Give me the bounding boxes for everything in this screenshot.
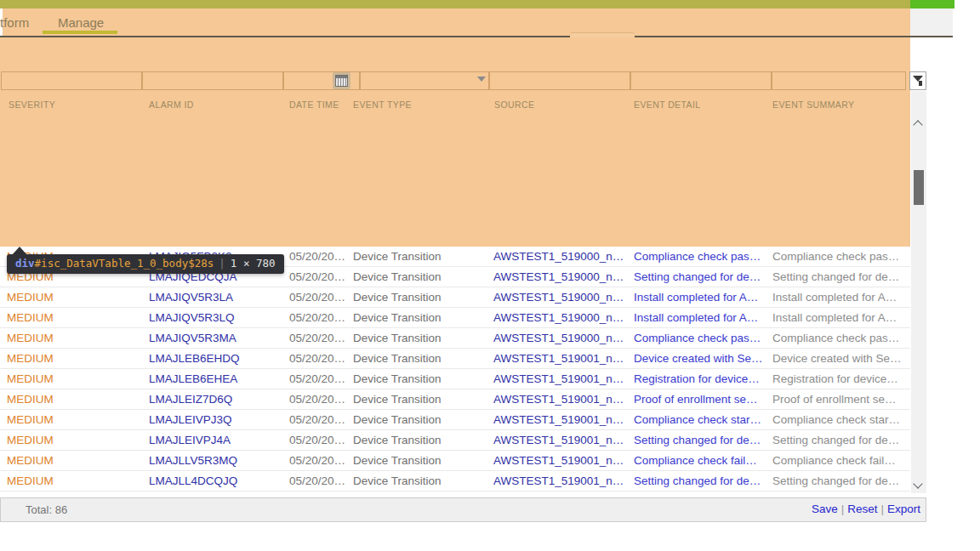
table-row[interactable]: MEDIUM LMAJIQV5R3LQ 05/20/20… Device Tra…: [0, 308, 910, 328]
cell-event-type: Device Transition: [353, 389, 487, 409]
cell-alarm-id: LMAJLEIZ7D6Q: [149, 389, 281, 409]
footer-separator: |: [838, 503, 848, 515]
cell-event-detail: Setting changed for de…: [634, 430, 768, 450]
cell-date-time: 05/20/20…: [289, 389, 350, 409]
cell-date-time: 05/20/20…: [289, 349, 350, 368]
top-accent-bar: [0, 0, 910, 9]
cell-alarm-id: LMAJLEIVPJ4A: [149, 430, 281, 450]
cell-source: AWSTEST1_519000_n…: [493, 247, 628, 266]
cell-event-detail: Install completed for A…: [634, 287, 768, 307]
export-button[interactable]: Export: [887, 503, 920, 515]
cell-severity: MEDIUM: [7, 389, 134, 409]
table-row[interactable]: MEDIUM LMAJLEIVPJ4A 05/20/20… Device Tra…: [0, 430, 910, 451]
top-accent-bar-green: [910, 0, 954, 9]
cell-event-detail: Compliance check fail…: [634, 451, 768, 470]
topright-panel: [910, 9, 953, 36]
cell-event-detail: Compliance check star…: [634, 410, 768, 429]
cell-source: AWSTEST1_519001_n…: [493, 471, 628, 491]
column-header-date-time[interactable]: DATE TIME: [289, 96, 339, 113]
tooltip-tag-name: div: [15, 257, 35, 270]
cell-event-summary: Setting changed for de…: [772, 267, 907, 287]
cell-event-type: Device Transition: [353, 471, 487, 491]
cell-event-type: Device Transition: [353, 267, 487, 287]
cell-source: AWSTEST1_519001_n…: [493, 430, 628, 450]
cell-date-time: 05/20/20…: [289, 430, 350, 450]
column-header-event-type[interactable]: EVENT TYPE: [353, 96, 412, 113]
cell-event-type: Device Transition: [353, 430, 487, 450]
date-picker-button[interactable]: [333, 72, 350, 89]
table-row[interactable]: MEDIUM LMAJLLV5R3MQ 05/20/20… Device Tra…: [0, 451, 910, 471]
table-row[interactable]: MEDIUM LMAJLEB6EHEA 05/20/20… Device Tra…: [0, 369, 910, 389]
event-type-filter-select[interactable]: [360, 71, 489, 90]
cell-event-detail: Device created with Se…: [634, 349, 768, 368]
column-header-source[interactable]: SOURCE: [494, 96, 534, 113]
table-row[interactable]: MEDIUM LMAJIQV5R3MA 05/20/20… Device Tra…: [0, 328, 910, 349]
cell-date-time: 05/20/20…: [289, 247, 350, 266]
tooltip-dimensions: 1 × 780: [231, 257, 276, 270]
cell-event-detail: Compliance check pas…: [634, 328, 768, 348]
cell-event-type: Device Transition: [353, 287, 487, 307]
column-header-alarm-id[interactable]: ALARM ID: [149, 96, 194, 113]
cell-severity: MEDIUM: [7, 369, 134, 389]
calendar-icon: [335, 75, 348, 87]
data-grid-body: MEDIUM LMAJIQ5FB2K2 05/20/20… Device Tra…: [0, 247, 910, 491]
cell-event-summary: Registration for device…: [772, 369, 907, 389]
save-button[interactable]: Save: [812, 503, 838, 515]
cell-source: AWSTEST1_519001_n…: [493, 369, 628, 389]
table-row[interactable]: MEDIUM LMAJLEIZ7D6Q 05/20/20… Device Tra…: [0, 389, 910, 410]
alarm-id-filter-input[interactable]: [142, 71, 283, 90]
tabs-divider: [0, 36, 953, 37]
column-header-severity[interactable]: SEVERITY: [9, 96, 55, 113]
cell-event-detail: Compliance check pas…: [634, 247, 768, 266]
severity-filter-input[interactable]: [1, 71, 142, 90]
cell-event-summary: Device created with Se…: [772, 349, 907, 368]
cell-source: AWSTEST1_519000_n…: [493, 308, 628, 327]
filter-button[interactable]: [909, 71, 926, 90]
cell-event-summary: Compliance check pas…: [772, 247, 907, 266]
table-row[interactable]: MEDIUM LMAJIQV5R3LA 05/20/20… Device Tra…: [0, 287, 910, 308]
inspector-tooltip: div#isc_DataVTable_1_0_body$28s|1 × 780: [7, 254, 284, 274]
cell-alarm-id: LMAJIQV5R3LQ: [149, 308, 281, 327]
tooltip-selector: #isc_DataVTable_1_0_body$28s: [35, 257, 214, 270]
cell-event-summary: Install completed for A…: [772, 287, 907, 307]
cell-event-summary: Compliance check star…: [772, 410, 907, 429]
event-summary-filter-input[interactable]: [772, 71, 906, 90]
cell-severity: MEDIUM: [7, 471, 134, 491]
funnel-icon: [910, 76, 926, 86]
cell-source: AWSTEST1_519000_n…: [493, 287, 628, 307]
vertical-scrollbar-track[interactable]: [911, 91, 926, 493]
cell-alarm-id: LMAJLEIVPJ3Q: [149, 410, 281, 429]
table-row[interactable]: MEDIUM LMAJLL4DCQJQ 05/20/20… Device Tra…: [0, 471, 910, 491]
tab-platform[interactable]: tform: [0, 15, 29, 30]
total-count-label: Total: 86: [26, 503, 67, 516]
cell-alarm-id: LMAJLL4DCQJQ: [149, 471, 281, 491]
tooltip-separator: |: [214, 257, 231, 270]
table-row[interactable]: MEDIUM LMAJLEB6EHDQ 05/20/20… Device Tra…: [0, 349, 910, 369]
tab-manage[interactable]: Manage: [58, 15, 104, 30]
cell-event-type: Device Transition: [353, 247, 487, 266]
reset-button[interactable]: Reset: [847, 503, 877, 515]
table-row[interactable]: MEDIUM LMAJLEIVPJ3Q 05/20/20… Device Tra…: [0, 410, 910, 430]
cell-date-time: 05/20/20…: [289, 451, 350, 470]
cell-event-summary: Compliance check pas…: [772, 328, 907, 348]
cell-event-type: Device Transition: [353, 349, 487, 368]
cell-alarm-id: LMAJIQV5R3MA: [149, 328, 281, 348]
cell-event-detail: Setting changed for de…: [634, 471, 768, 491]
cell-source: AWSTEST1_519001_n…: [493, 389, 628, 409]
cell-alarm-id: LMAJLLV5R3MQ: [149, 451, 281, 470]
cell-event-type: Device Transition: [353, 308, 487, 327]
source-filter-input[interactable]: [489, 71, 630, 90]
cell-severity: MEDIUM: [7, 308, 134, 327]
vertical-scrollbar-thumb[interactable]: [914, 170, 924, 205]
cell-date-time: 05/20/20…: [289, 287, 350, 307]
cell-severity: MEDIUM: [7, 430, 134, 450]
cell-event-type: Device Transition: [353, 369, 487, 389]
cell-source: AWSTEST1_519001_n…: [493, 410, 628, 429]
column-header-event-detail[interactable]: EVENT DETAIL: [634, 96, 701, 113]
event-detail-filter-input[interactable]: [630, 71, 772, 90]
cell-severity: MEDIUM: [7, 328, 134, 348]
cell-severity: MEDIUM: [7, 349, 134, 368]
cell-date-time: 05/20/20…: [289, 410, 350, 429]
column-header-event-summary[interactable]: EVENT SUMMARY: [772, 96, 854, 113]
chevron-down-icon[interactable]: [477, 77, 486, 82]
